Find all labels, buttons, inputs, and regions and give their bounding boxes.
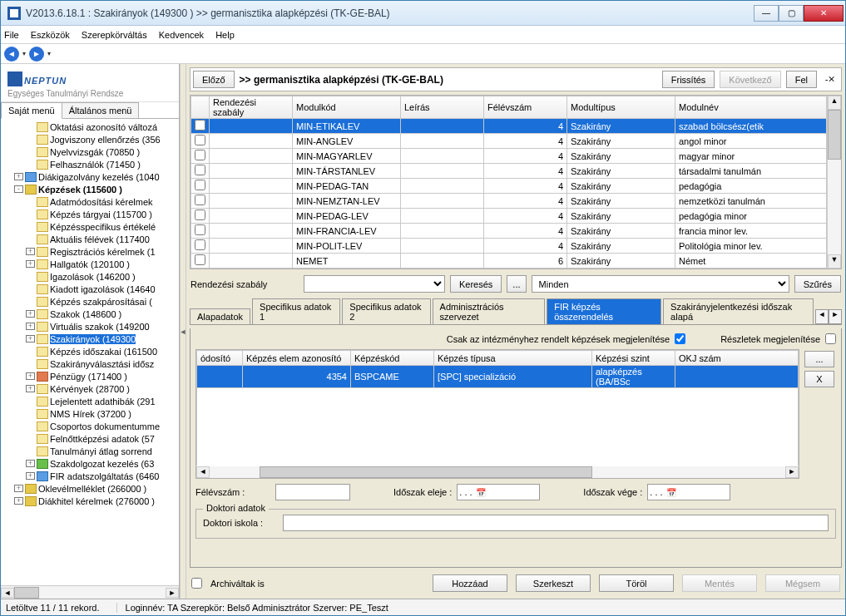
nav-forward-dropdown[interactable]: ▾ [46,50,52,57]
search-more-button[interactable]: ... [507,275,526,293]
table-row[interactable]: MIN-PEDAG-LEV4Szakiránypedagógia minor [191,209,827,224]
calendar-icon[interactable]: 📅 [666,488,676,497]
tree-node[interactable]: +Kérvények (28700 ) [1,382,179,395]
tree-node[interactable]: +Virtuális szakok (149200 [1,320,179,333]
filter-rule-select[interactable] [304,275,445,293]
nav-back-dropdown[interactable]: ▾ [21,50,27,57]
tree-node[interactable]: Csoportos dokumentumme [1,420,179,432]
period-end-input[interactable]: . . . 📅 [647,484,730,500]
table-row[interactable]: MIN-ANGLEV4Szakirányangol minor [191,134,827,149]
add-button[interactable]: Hozzáad [433,574,507,592]
expand-icon[interactable]: + [26,335,35,342]
close-button[interactable]: ✕ [804,5,844,22]
tree-node[interactable]: -Képzések (115600 ) [1,183,179,195]
scroll-thumb[interactable] [828,110,841,160]
prev-button[interactable]: Előző [193,71,235,88]
scroll-down-icon[interactable]: ▼ [828,254,841,269]
refresh-button[interactable]: Frissítés [662,71,715,88]
scroll-left-icon[interactable]: ◄ [1,588,14,598]
subcol-type[interactable]: Képzés típusa [434,351,592,366]
expand-icon[interactable]: + [26,460,35,467]
tree-node[interactable]: Oktatási azonosító változá [1,121,179,133]
row-checkbox[interactable] [195,180,205,190]
expand-icon[interactable]: + [14,497,23,505]
period-start-input[interactable]: . . . 📅 [457,484,540,500]
col-name[interactable]: Modulnév [675,96,827,119]
row-checkbox[interactable] [195,254,205,265]
tree-node[interactable]: +Diákigazolvány kezelés (1040 [1,170,179,183]
filter-button[interactable]: Szűrés [794,275,841,293]
tree-node[interactable]: Jogviszony ellenőrzés (356 [1,133,179,145]
col-type[interactable]: Modultípus [567,96,675,119]
table-row[interactable]: MIN-NEMZTAN-LEV4Szakiránynemzetközi tanu… [191,194,827,209]
tab-jelentkezesi[interactable]: Szakirányjelentkezési időszak alapá [663,298,814,324]
table-row[interactable]: MIN-ETIKALEV4Szakirányszabad bölcsész(et… [191,119,827,134]
minimize-button[interactable]: — [754,5,779,22]
tree-node[interactable]: Tanulmányi átlag sorrend [1,445,179,457]
edit-button[interactable]: Szerkeszt [516,574,591,592]
tab-scroll-right-icon[interactable]: ► [829,309,842,324]
filter-scope-select[interactable]: Minden [532,275,789,293]
tree-node[interactable]: +Oklevélmelléklet (266000 ) [1,482,179,495]
grid-vscrollbar[interactable]: ▲ ▼ [827,96,841,269]
inst-filter-checkbox[interactable] [675,333,685,344]
menu-help[interactable]: Help [215,30,235,40]
subcol-okj[interactable]: OKJ szám [675,351,799,366]
scroll-up-icon[interactable]: ▲ [828,96,841,110]
up-button[interactable]: Fel [786,71,817,88]
calendar-icon[interactable]: 📅 [476,488,486,497]
tree-node[interactable]: Képzésspecifikus értékelé [1,220,179,233]
tree-node[interactable]: +FIR adatszolgáltatás (6460 [1,470,179,482]
row-checkbox[interactable] [195,239,205,250]
details-checkbox[interactable] [825,333,836,344]
subcol-id[interactable]: ódosító [197,351,243,366]
tree-node[interactable]: Felnőttképzési adatok (57 [1,432,179,445]
tab-specifikus-2[interactable]: Specifikus adatok 2 [342,298,430,324]
menu-favorites[interactable]: Kedvencek [159,30,204,40]
pin-icon[interactable]: -⨯ [822,74,839,85]
row-checkbox[interactable] [195,120,205,131]
scroll-thumb[interactable] [260,466,592,478]
scroll-left-icon[interactable]: ◄ [196,466,210,478]
tree-node[interactable]: +Szakok (148600 ) [1,308,179,320]
subcol-level[interactable]: Képzési szint [592,351,675,366]
row-checkbox[interactable] [195,165,205,175]
expand-icon[interactable]: + [14,173,23,180]
tree-node[interactable]: Képzés tárgyai (115700 ) [1,208,179,220]
tree-node[interactable]: Képzés időszakai (161500 [1,345,179,357]
tree-node[interactable]: Kiadott igazolások (14640 [1,283,179,295]
tab-specifikus-1[interactable]: Specifikus adatok 1 [252,298,340,324]
subcol-code[interactable]: Képzéskód [351,351,434,366]
tree-node[interactable]: Nyelvvizsgák (70850 ) [1,145,179,158]
tab-own-menu[interactable]: Saját menü [1,102,62,119]
tab-fir-osszerendeles[interactable]: FIR képzés összerendelés [547,298,661,324]
scroll-right-icon[interactable]: ► [166,588,179,598]
row-details-button[interactable]: ... [804,351,834,367]
tree-node[interactable]: +Hallgatók (120100 ) [1,258,179,270]
training-grid[interactable]: ódosító Képzés elem azonosító Képzéskód … [196,350,799,471]
tree-node[interactable]: +Szakdolgozat kezelés (63 [1,457,179,470]
nav-forward-icon[interactable]: ► [29,47,44,62]
scroll-thumb[interactable] [14,587,39,599]
table-row[interactable]: MIN-MAGYARLEV4Szakiránymagyar minor [191,149,827,164]
expand-icon[interactable]: + [26,248,35,255]
tree-node[interactable]: Igazolások (146200 ) [1,270,179,283]
menu-role[interactable]: Szerepkörváltás [82,30,147,40]
table-row[interactable]: NEMET6SzakirányNémet [191,254,827,269]
col-sem[interactable]: Félévszám [484,96,567,119]
collapse-icon[interactable]: - [14,185,23,193]
scroll-right-icon[interactable]: ► [785,466,799,478]
tab-scroll-left-icon[interactable]: ◄ [815,309,829,324]
tree-node[interactable]: Lejelentett adathibák (291 [1,395,179,407]
row-checkbox[interactable] [195,224,205,235]
table-row[interactable]: MIN-TÁRSTANLEV4Szakiránytársadalmi tanul… [191,164,827,179]
tree-node[interactable]: Aktuális félévek (117400 [1,233,179,245]
expand-icon[interactable]: + [26,385,35,392]
subcol-elem[interactable]: Képzés elem azonosító [243,351,351,366]
module-grid[interactable]: Rendezési szabály Modulkód Leírás Félévs… [190,96,827,269]
tree-node[interactable]: Adatmódosítási kérelmek [1,195,179,208]
archived-checkbox[interactable] [191,578,202,589]
expand-icon[interactable]: + [26,310,35,318]
nav-back-icon[interactable]: ◄ [4,47,19,62]
sem-input[interactable] [275,484,350,500]
